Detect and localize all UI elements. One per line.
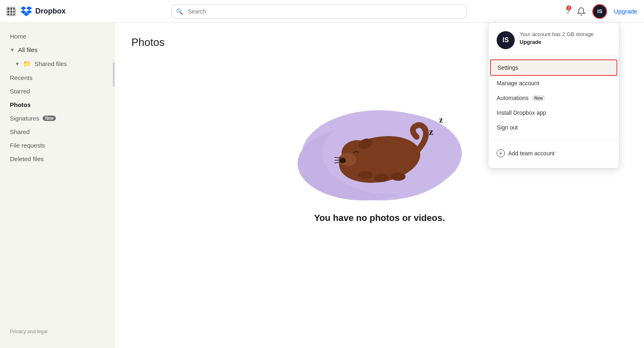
sidebar-item-label: Shared files	[34, 60, 67, 67]
svg-point-19	[391, 173, 406, 181]
dropdown-divider	[488, 140, 619, 140]
notifications-button[interactable]	[577, 7, 586, 16]
svg-text:z: z	[439, 115, 443, 124]
folder-icon: 📁	[23, 60, 31, 68]
dropbox-logo[interactable]: Dropbox	[21, 6, 66, 17]
sidebar-item-label: Deleted files	[10, 155, 44, 162]
user-avatar-button[interactable]: IS	[592, 4, 607, 19]
svg-rect-4	[10, 11, 12, 13]
svg-point-18	[374, 174, 389, 182]
dropdown-user-info: Your account has 2 GB storage Upgrade	[520, 31, 594, 45]
dropdown-item-automations[interactable]: Automations New	[488, 91, 619, 105]
sidebar-item-label: Photos	[10, 101, 31, 108]
dropdown-item-manage-account[interactable]: Manage account	[488, 76, 619, 91]
dropdown-item-settings[interactable]: Settings	[490, 59, 617, 76]
search-bar-container: 🔍	[171, 5, 467, 18]
svg-point-17	[358, 171, 373, 179]
sidebar-item-label: File requests	[10, 142, 45, 149]
page-title: Photos	[131, 36, 165, 49]
dropdown-item-label: Install Dropbox app	[497, 109, 546, 116]
dropdown-item-label: Settings	[497, 64, 518, 71]
header-right: ? ! IS Upgrade	[566, 4, 637, 19]
logo-text: Dropbox	[35, 7, 66, 16]
sidebar-item-label: Shared	[10, 128, 30, 135]
privacy-legal-link[interactable]: Privacy and legal	[10, 329, 47, 334]
svg-rect-6	[7, 14, 9, 15]
search-icon: 🔍	[176, 8, 183, 15]
grid-menu-button[interactable]	[7, 7, 16, 16]
dropdown-section-add-team: + Add team account	[488, 142, 619, 165]
dropdown-header: IS Your account has 2 GB storage Upgrade	[488, 23, 619, 56]
dog-illustration: z z	[293, 73, 466, 205]
empty-state: z z You have no photos or videos.	[293, 73, 466, 223]
header: Dropbox 🔍 ? ! IS Upgrade	[0, 0, 644, 23]
sidebar-bottom: Privacy and legal	[0, 205, 115, 341]
svg-rect-1	[10, 8, 12, 10]
empty-state-text: You have no photos or videos.	[314, 213, 445, 223]
search-input[interactable]	[171, 5, 467, 18]
dropdown-avatar: IS	[497, 31, 515, 49]
sidebar-item-starred[interactable]: Starred	[0, 84, 115, 98]
sidebar-item-label: All files	[18, 46, 38, 53]
dropdown-item-add-team[interactable]: + Add team account	[488, 145, 619, 161]
svg-rect-5	[13, 11, 15, 13]
sidebar-item-shared[interactable]: Shared	[0, 125, 115, 139]
help-button[interactable]: ? !	[566, 7, 570, 16]
sidebar-item-home[interactable]: Home	[0, 30, 115, 43]
dropdown-item-label: Manage account	[497, 80, 539, 86]
help-badge: !	[566, 5, 571, 10]
add-circle-icon: +	[497, 149, 505, 157]
svg-rect-8	[13, 14, 15, 15]
chevron-down-icon: ▼	[10, 47, 15, 53]
sidebar-item-all-files[interactable]: ▼ All files	[0, 43, 115, 57]
sidebar-item-deleted-files[interactable]: Deleted files	[0, 152, 115, 166]
svg-rect-7	[10, 14, 12, 15]
dropdown-item-label: Add team account	[508, 150, 555, 157]
sidebar-item-file-requests[interactable]: File requests	[0, 139, 115, 152]
sidebar-scroll-area: Home ▼ All files ▼ 📁 Shared files Recent…	[0, 30, 115, 166]
scrollbar-thumb	[113, 62, 115, 87]
sidebar: Home ▼ All files ▼ 📁 Shared files Recent…	[0, 23, 115, 348]
dropdown-upgrade-link[interactable]: Upgrade	[520, 39, 594, 45]
upgrade-button[interactable]: Upgrade	[614, 8, 637, 15]
header-left: Dropbox	[7, 6, 121, 17]
svg-rect-3	[7, 11, 9, 13]
sidebar-item-label: Signatures	[10, 115, 39, 122]
svg-rect-2	[13, 8, 15, 10]
new-badge: New	[43, 116, 56, 121]
sidebar-item-signatures[interactable]: Signatures New	[0, 111, 115, 125]
dropdown-item-install-dropbox[interactable]: Install Dropbox app	[488, 105, 619, 120]
sidebar-item-shared-files[interactable]: ▼ 📁 Shared files	[0, 57, 115, 71]
dropdown-item-sign-out[interactable]: Sign out	[488, 120, 619, 135]
dropdown-item-label: Automations	[497, 95, 529, 101]
svg-text:z: z	[429, 126, 433, 137]
svg-rect-0	[7, 8, 9, 10]
sidebar-item-label: Recents	[10, 74, 32, 81]
sidebar-item-label: Starred	[10, 88, 30, 95]
chevron-right-icon: ▼	[15, 61, 20, 67]
dropdown-section-main: Settings Manage account Automations New …	[488, 56, 619, 138]
automations-new-badge: New	[532, 95, 545, 101]
sidebar-item-photos[interactable]: Photos	[0, 98, 115, 111]
dropdown-item-label: Sign out	[497, 124, 518, 131]
sidebar-item-label: Home	[10, 33, 26, 40]
storage-text: Your account has 2 GB storage	[520, 31, 594, 37]
user-dropdown-menu: IS Your account has 2 GB storage Upgrade…	[488, 23, 619, 168]
sidebar-item-recents[interactable]: Recents	[0, 71, 115, 84]
